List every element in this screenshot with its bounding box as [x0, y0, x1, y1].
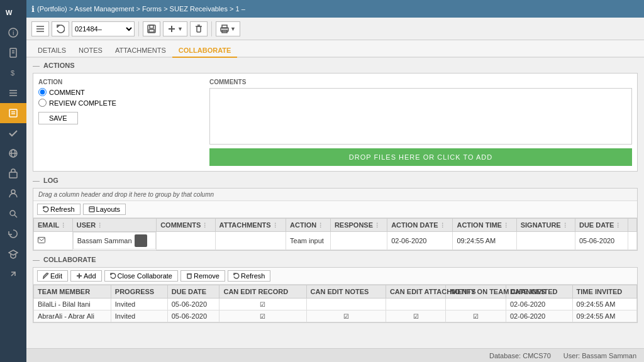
user-label: User: Bassam Samman — [564, 352, 636, 359]
log-cell-signature — [516, 232, 575, 250]
collab-col-can-edit-notes: CAN EDIT NOTES — [306, 285, 386, 298]
log-col-action: ACTION⋮ — [286, 219, 331, 232]
log-row: Bassam Samman Team input 02-06-2020 09:2… — [34, 232, 637, 250]
svg-rect-16 — [9, 172, 17, 178]
toolbar-divider-1 — [138, 21, 139, 36]
radio-review-input[interactable] — [38, 99, 47, 107]
log-col-user: USER⋮ — [72, 219, 156, 232]
collab-col-date-invited: DATE INVITED — [506, 285, 572, 298]
comments-textarea[interactable] — [209, 88, 632, 145]
radio-review-label: REVIEW COMPLETE — [49, 99, 116, 107]
log-col-email: EMAIL⋮ — [34, 219, 73, 232]
statusbar: Database: CMCS70 User: Bassam Samman — [26, 348, 644, 362]
collab-add-button[interactable]: Add — [70, 270, 102, 282]
actions-section-header: ACTIONS — [33, 62, 638, 69]
collab-refresh-label: Refresh — [241, 272, 265, 280]
collab-cell-time-invited-2: 09:24:55 AM — [572, 310, 636, 322]
log-table: EMAIL⋮ USER⋮ COMMENTS⋮ ATTACHMENTS⋮ ACTI… — [33, 218, 637, 250]
collab-close-label: Close Collaborate — [118, 272, 172, 280]
collab-cell-edit-notes-1 — [306, 298, 386, 310]
collab-cell-notify-1 — [446, 298, 506, 310]
collab-add-label: Add — [84, 272, 96, 280]
tab-notes[interactable]: NOTES — [72, 44, 109, 58]
collab-remove-button[interactable]: Remove — [180, 270, 225, 282]
collab-row-2: AbrarAli - Abrar Ali Invited 05-06-2020 … — [34, 310, 637, 322]
database-label: Database: CMCS70 — [489, 352, 551, 359]
sidebar-item-check[interactable] — [0, 123, 26, 143]
collab-cell-progress-1: Invited — [111, 298, 167, 310]
sidebar-item-arrow[interactable] — [0, 264, 26, 284]
collab-col-team-member: TEAM MEMBER — [34, 285, 111, 298]
svg-point-18 — [10, 211, 15, 216]
toolbar: 021484– ▼ ▼ — [26, 18, 644, 40]
tab-attachments[interactable]: ATTACHMENTS — [109, 44, 172, 58]
main-area: ℹ (Portfolio) > Asset Management > Forms… — [26, 0, 644, 362]
collab-cell-notify-2: ☑ — [446, 310, 506, 322]
collab-cell-progress-2: Invited — [111, 310, 167, 322]
sidebar-item-document[interactable] — [0, 43, 26, 63]
delete-button[interactable] — [190, 21, 208, 36]
collaborate-section: Edit Add Close Collaborate Remove — [33, 267, 638, 323]
topbar: ℹ (Portfolio) > Asset Management > Forms… — [26, 0, 644, 18]
collab-col-time-invited: TIME INVITED — [572, 285, 636, 298]
tabbar: DETAILS NOTES ATTACHMENTS COLLABORATE — [26, 40, 644, 58]
tab-details[interactable]: DETAILS — [31, 44, 72, 58]
drop-zone[interactable]: DROP FILES HERE OR CLICK TO ADD — [209, 148, 632, 166]
collab-col-can-edit-record: CAN EDIT RECORD — [219, 285, 306, 298]
collab-col-due-date: DUE DATE — [167, 285, 219, 298]
sidebar-item-history[interactable] — [0, 224, 26, 244]
radio-comment-input[interactable] — [38, 88, 47, 96]
add-button[interactable]: ▼ — [163, 21, 187, 36]
collab-refresh-button[interactable]: Refresh — [228, 270, 271, 282]
log-col-attachments: ATTACHMENTS⋮ — [215, 219, 286, 232]
collab-close-button[interactable]: Close Collaborate — [104, 270, 178, 282]
collab-cell-edit-notes-2: ☑ — [306, 310, 386, 322]
log-cell-response — [330, 232, 387, 250]
app-logo[interactable]: W — [2, 3, 25, 20]
action-radio-group: COMMENT REVIEW COMPLETE — [38, 88, 202, 107]
form-id-select[interactable]: 021484– — [72, 21, 135, 36]
log-cell-email — [34, 232, 73, 250]
log-col-due-date: DUE DATE⋮ — [575, 219, 628, 232]
svg-point-17 — [11, 190, 15, 194]
sidebar-item-search[interactable] — [0, 204, 26, 224]
radio-comment[interactable]: COMMENT — [38, 88, 202, 96]
svg-rect-26 — [149, 30, 154, 32]
svg-text:W: W — [6, 9, 13, 16]
save-button[interactable] — [143, 21, 160, 36]
log-drag-hint: Drag a column header and drop it here to… — [33, 189, 637, 201]
sidebar-item-graduation[interactable] — [0, 244, 26, 264]
collab-toolbar: Edit Add Close Collaborate Remove — [33, 268, 637, 285]
collab-cell-time-invited-1: 09:24:55 AM — [572, 298, 636, 310]
collab-col-can-edit-attachments: CAN EDIT ATTACHMENTS — [386, 285, 445, 298]
svg-rect-25 — [150, 25, 153, 28]
log-col-action-time: ACTION TIME⋮ — [453, 219, 516, 232]
print-button[interactable]: ▼ — [216, 21, 240, 36]
save-action-button[interactable]: SAVE — [38, 112, 78, 124]
log-refresh-button[interactable]: Refresh — [37, 204, 80, 215]
sidebar-item-finance[interactable]: $ — [0, 63, 26, 83]
collab-cell-edit-record-1: ☑ — [219, 298, 306, 310]
log-toolbar: Refresh Layouts — [33, 201, 637, 218]
tab-collaborate[interactable]: COLLABORATE — [172, 44, 238, 58]
hamburger-menu-button[interactable] — [31, 21, 49, 36]
log-cell-action-time: 09:24:55 AM — [453, 232, 516, 250]
sidebar-item-forms[interactable] — [0, 103, 26, 123]
undo-button[interactable] — [52, 21, 69, 36]
log-cell-action: Team input — [286, 232, 331, 250]
log-cell-attachments — [215, 232, 286, 250]
sidebar-item-info[interactable]: i — [0, 23, 26, 43]
radio-review-complete[interactable]: REVIEW COMPLETE — [38, 99, 202, 107]
info-icon: ℹ — [31, 4, 35, 14]
collab-edit-button[interactable]: Edit — [37, 270, 68, 282]
sidebar-item-globe[interactable] — [0, 143, 26, 163]
svg-text:i: i — [13, 29, 14, 36]
log-layouts-button[interactable]: Layouts — [83, 204, 126, 215]
sidebar-item-list[interactable] — [0, 83, 26, 103]
collab-cell-team-member-1: BilalLi - Bilal Itani — [34, 298, 111, 310]
sidebar-item-user[interactable] — [0, 184, 26, 204]
collab-col-progress: PROGRESS — [111, 285, 167, 298]
sidebar-item-bag[interactable] — [0, 163, 26, 184]
collab-cell-due-date-1: 05-06-2020 — [167, 298, 219, 310]
breadcrumb: (Portfolio) > Asset Management > Forms >… — [37, 5, 245, 13]
